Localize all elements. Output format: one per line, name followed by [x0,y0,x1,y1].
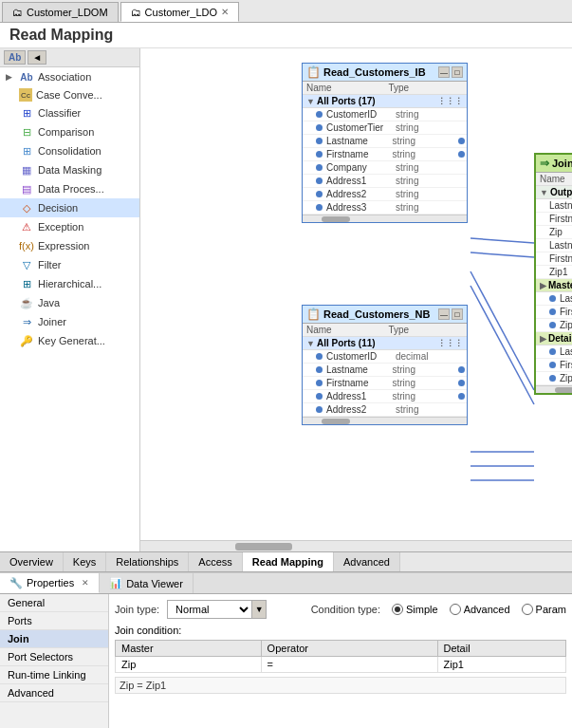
output-group-label: Output (6) [550,187,572,197]
maximize-btn-ib[interactable]: □ [452,66,463,78]
joiner-node[interactable]: ⇒ Joiner — Name Type ▼ Output (6) ⋮⋮⋮ La… [534,153,572,395]
tab-read-mapping[interactable]: Read Mapping [243,552,334,571]
palette-arrow-btn[interactable]: ◄ [28,50,46,65]
exception-icon: ⚠ [19,219,34,234]
node-controls-ib: — □ [438,66,463,78]
palette-item-case[interactable]: Cc Case Conve... [0,86,139,103]
palette-ab-btn[interactable]: Ab [4,50,26,65]
palette-item-classifier[interactable]: ⊞ Classifier [0,103,139,122]
filter-icon: ▽ [19,257,34,272]
detail-group-header[interactable]: ▶ Detail (3) [536,332,572,345]
radio-param-btn[interactable] [522,604,533,615]
tab-relationships[interactable]: Relationships [106,552,189,571]
palette-item-data-masking[interactable]: ▦ Data Masking [0,160,139,179]
close-icon[interactable]: ✕ [221,7,229,17]
read-ib-icon: 📋 [306,65,321,79]
port-dot-right [458,138,465,144]
sidebar-item-ports[interactable]: Ports [0,612,108,630]
join-type-row: Join type: Normal Master Outer Detail Ou… [115,600,566,619]
table-row: Zip string [536,319,572,332]
port-dot [549,295,556,302]
palette-item-hierarchical[interactable]: ⊞ Hierarchical... [0,274,139,293]
props-content: General Ports Join Port Selectors Run-ti… [0,594,572,728]
master-group-header[interactable]: ▶ Master (3) [536,279,572,292]
sidebar-item-join[interactable]: Join [0,630,108,648]
table-row: CustomerID string [303,108,467,121]
join-type-select-wrap: Normal Master Outer Detail Outer Full Ou… [167,600,267,619]
node-header-ib: 📋 Read_Customers_IB — □ [303,64,467,82]
condition-row[interactable]: Zip = Zip1 [116,657,566,673]
ab-icon: Ab [9,52,21,63]
sidebar-item-advanced[interactable]: Advanced [0,684,108,702]
all-ports-nb-header[interactable]: ▼ All Ports (11) ⋮⋮⋮ [303,337,467,350]
table-row: Firstname string [303,148,467,161]
classifier-icon: ⊞ [19,105,34,121]
port-dot-right [458,151,465,158]
joiner-icon: ⇒ [19,314,34,329]
read-customers-nb-node[interactable]: 📋 Read_Customers_NB — □ Name Type ▼ All … [302,305,468,425]
radio-advanced-btn[interactable] [450,604,461,615]
table-row: Zip string [536,226,572,239]
palette-item-data-process[interactable]: ▤ Data Proces... [0,179,139,198]
join-type-select[interactable]: Normal Master Outer Detail Outer Full Ou… [167,600,252,619]
radio-simple-btn[interactable] [392,604,403,615]
radio-simple[interactable]: Simple [392,604,438,615]
tab-keys[interactable]: Keys [64,552,106,571]
palette-item-association[interactable]: ▶ Ab Association [0,67,139,86]
tab-advanced-section[interactable]: Advanced [334,552,400,571]
palette-item-key-gen[interactable]: 🔑 Key Generat... [0,331,139,350]
svg-line-1 [471,252,534,257]
read-customers-ib-node[interactable]: 📋 Read_Customers_IB — □ Name Type ▼ All … [302,63,468,223]
sidebar-item-general[interactable]: General [0,594,108,612]
node-header-nb: 📋 Read_Customers_NB — □ [303,306,467,324]
all-ports-ib-label: All Ports (17) [317,96,376,106]
maximize-btn-nb[interactable]: □ [452,308,463,320]
output-group-header[interactable]: ▼ Output (6) ⋮⋮⋮ [536,186,572,199]
radio-param[interactable]: Param [522,604,566,615]
joiner-title: Joiner [552,158,572,169]
sidebar-item-runtime-linking[interactable]: Run-time Linking [0,666,108,684]
port-dot [316,138,323,144]
table-row: Zip1 string [536,266,572,279]
node-scrollbar-ib[interactable] [303,215,467,222]
palette: Ab ◄ ▶ Ab Association Cc Case Conve... ⊞… [0,48,140,551]
palette-item-exception[interactable]: ⚠ Exception [0,217,139,236]
all-ports-ib-header[interactable]: ▼ All Ports (17) ⋮⋮⋮ [303,95,467,108]
palette-item-java[interactable]: ☕ Java [0,293,139,312]
minimize-btn-ib[interactable]: — [438,66,450,78]
tab-access[interactable]: Access [189,552,242,571]
palette-item-consolidation[interactable]: ⊞ Consolidation [0,141,139,160]
port-dot [316,366,323,373]
node-scrollbar-joiner[interactable] [536,385,572,393]
props-tab-viewer[interactable]: 📊 Data Viewer [100,573,194,593]
tab-icon-ldom: 🗂 [12,7,23,18]
minimize-btn-nb[interactable]: — [438,308,450,320]
read-ib-title: Read_Customers_IB [323,66,426,78]
svg-line-3 [471,286,534,404]
palette-item-decision[interactable]: ◇ Decision [0,198,139,217]
canvas-scrollbar-horizontal[interactable] [140,540,572,551]
port-dot [316,204,323,211]
close-props-icon[interactable]: ✕ [82,578,89,588]
viewer-icon: 📊 [109,577,122,589]
tab-overview[interactable]: Overview [0,552,64,571]
dots-icon-ib: ⋮⋮⋮ [437,97,463,106]
sidebar-item-port-selectors[interactable]: Port Selectors [0,648,108,666]
tab-customer-ldo[interactable]: 🗂 Customer_LDO ✕ [120,2,239,22]
palette-item-expression[interactable]: f(x) Expression [0,236,139,255]
table-row: CustomerTier string [303,121,467,135]
tab-customer-ldom[interactable]: 🗂 Customer_LDOM [2,2,119,22]
canvas[interactable]: 📋 Read_Customers_IB — □ Name Type ▼ All … [140,48,572,551]
expand-icon: ▼ [306,339,315,348]
node-scrollbar-nb[interactable] [303,417,467,424]
tree-toggle: ▶ [6,72,15,82]
radio-advanced[interactable]: Advanced [450,604,510,615]
palette-item-joiner[interactable]: ⇒ Joiner [0,312,139,331]
table-row: Lastname1 string [536,345,572,359]
props-tab-properties[interactable]: 🔧 Properties ✕ [0,573,100,593]
comparison-icon: ⊟ [19,124,34,140]
join-type-dropdown-arrow[interactable]: ▼ [251,600,267,619]
palette-item-comparison[interactable]: ⊟ Comparison [0,122,139,141]
palette-item-filter[interactable]: ▽ Filter [0,255,139,274]
joiner-icon: ⇒ [540,157,549,170]
